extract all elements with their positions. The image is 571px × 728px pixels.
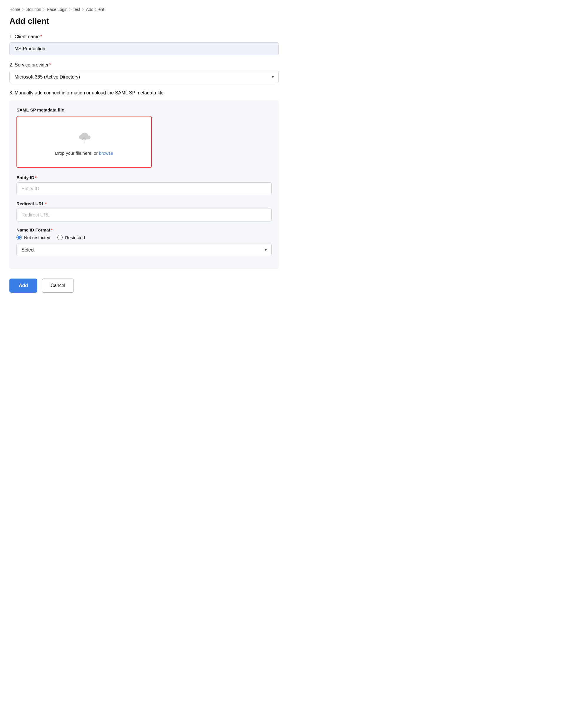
- client-name-section: 1. Client name*: [9, 34, 279, 55]
- browse-link[interactable]: browse: [99, 150, 113, 155]
- name-id-required: *: [51, 227, 52, 232]
- radio-not-restricted[interactable]: Not restricted: [16, 235, 50, 240]
- name-id-radio-group: Not restricted Restricted: [16, 235, 272, 240]
- drop-text: Drop your file here, or browse: [55, 150, 113, 155]
- service-provider-label: 2. Service provider*: [9, 62, 279, 68]
- redirect-url-input[interactable]: [16, 209, 272, 221]
- upload-file-label: SAML SP metadata file: [16, 107, 272, 112]
- client-name-input[interactable]: [9, 42, 279, 55]
- name-id-select-wrapper: Select Email Address Unspecified Persist…: [16, 243, 272, 256]
- redirect-url-label: Redirect URL*: [16, 201, 272, 206]
- upload-dropzone[interactable]: Drop your file here, or browse: [16, 116, 152, 168]
- radio-restricted-input[interactable]: [58, 235, 63, 240]
- breadcrumb-home[interactable]: Home: [9, 7, 20, 12]
- name-id-format-label: Name ID Format*: [16, 227, 272, 232]
- client-name-label: 1. Client name*: [9, 34, 279, 39]
- breadcrumb-test[interactable]: test: [74, 7, 80, 12]
- add-button[interactable]: Add: [9, 279, 37, 293]
- entity-id-input[interactable]: [16, 182, 272, 195]
- cloud-upload-icon: [75, 128, 93, 147]
- name-id-select[interactable]: Select Email Address Unspecified Persist…: [16, 243, 272, 256]
- name-id-format-group: Name ID Format* Not restricted Restricte…: [16, 227, 272, 256]
- entity-id-label: Entity ID*: [16, 175, 272, 180]
- redirect-url-required: *: [45, 201, 47, 206]
- radio-not-restricted-label: Not restricted: [24, 235, 50, 240]
- page-title: Add client: [9, 16, 279, 26]
- service-provider-select[interactable]: Microsoft 365 (Active Directory) Google …: [9, 71, 279, 83]
- radio-restricted-label: Restricted: [65, 235, 85, 240]
- service-provider-required: *: [49, 62, 51, 67]
- entity-id-required: *: [35, 175, 37, 180]
- breadcrumb-solution[interactable]: Solution: [26, 7, 41, 12]
- client-name-required: *: [40, 34, 42, 39]
- breadcrumb-facelogin[interactable]: Face Login: [47, 7, 67, 12]
- cancel-button[interactable]: Cancel: [42, 279, 74, 293]
- breadcrumb-sep-2: >: [43, 7, 45, 12]
- saml-section-label: 3. Manually add connect information or u…: [9, 90, 279, 96]
- breadcrumb-addclient: Add client: [86, 7, 104, 12]
- radio-not-restricted-input[interactable]: [16, 235, 22, 240]
- radio-restricted[interactable]: Restricted: [58, 235, 85, 240]
- entity-id-group: Entity ID*: [16, 175, 272, 195]
- breadcrumb-sep-4: >: [82, 7, 84, 12]
- saml-section: 3. Manually add connect information or u…: [9, 90, 279, 269]
- redirect-url-group: Redirect URL*: [16, 201, 272, 221]
- button-row: Add Cancel: [9, 279, 279, 293]
- upload-container: SAML SP metadata file Drop your file her…: [9, 100, 279, 269]
- service-provider-select-wrapper: Microsoft 365 (Active Directory) Google …: [9, 71, 279, 83]
- breadcrumb-sep-1: >: [22, 7, 24, 12]
- service-provider-section: 2. Service provider* Microsoft 365 (Acti…: [9, 62, 279, 83]
- breadcrumb: Home > Solution > Face Login > test > Ad…: [9, 7, 279, 12]
- breadcrumb-sep-3: >: [70, 7, 72, 12]
